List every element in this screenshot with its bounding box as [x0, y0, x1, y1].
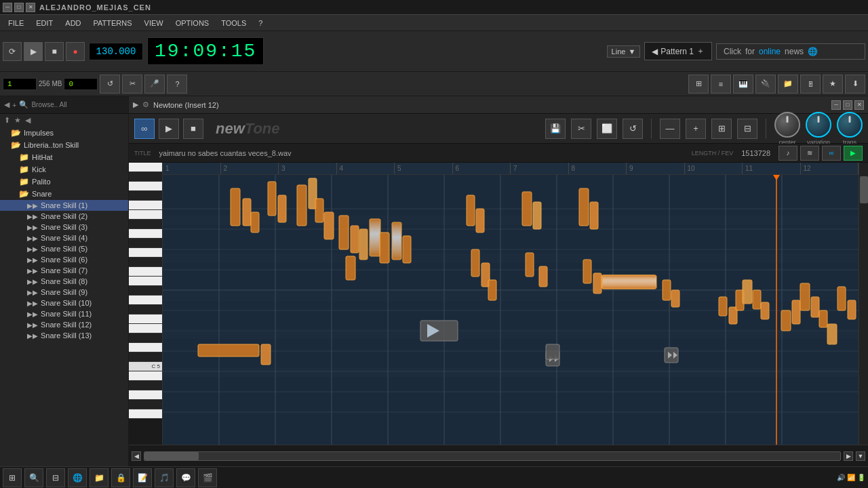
center-knob[interactable] — [774, 112, 800, 138]
piano-key-black-7[interactable] — [129, 305, 162, 314]
sidebar-item-snare-skill-12[interactable]: ▶▶ Snare Skill (12) — [0, 319, 128, 330]
start-button[interactable]: ⊞ — [3, 468, 22, 487]
piano-key-white-9[interactable] — [129, 314, 162, 324]
line-mode-selector[interactable]: Line ▼ — [607, 45, 641, 58]
record-button[interactable]: ● — [66, 42, 85, 61]
piano-key-white-6[interactable] — [129, 267, 162, 277]
trans-knob[interactable] — [837, 112, 863, 138]
pattern-add-icon[interactable]: ＋ — [696, 45, 705, 57]
newtone-loop-button[interactable]: ∞ — [134, 119, 155, 139]
piano-key-white-4[interactable] — [129, 229, 162, 239]
patterns-button[interactable]: ⊞ — [688, 75, 709, 94]
sidebar-item-libreria[interactable]: 📂 Libreria..ton Skill — [0, 139, 128, 151]
piano-key-black-4[interactable] — [129, 239, 162, 248]
sidebar-item-impulses[interactable]: 📂 Impulses — [0, 127, 128, 139]
variation-knob[interactable] — [806, 112, 831, 138]
vertical-scrollbar[interactable] — [859, 163, 868, 445]
pattern-prev-icon[interactable]: ◀ — [652, 47, 658, 56]
newtone-select-button[interactable]: ⬜ — [597, 119, 617, 139]
piano-key-white-12[interactable] — [129, 371, 162, 381]
menu-patterns[interactable]: PATTERNS — [88, 18, 138, 28]
piano-key-black-11[interactable] — [129, 400, 162, 409]
note-grid-container[interactable]: 1 2 3 4 5 6 7 8 9 10 11 12 — [163, 163, 859, 445]
taskbar-app-3[interactable]: 🔒 — [111, 468, 130, 487]
stop-button[interactable]: ■ — [45, 42, 64, 61]
fx-button[interactable]: ★ — [823, 75, 843, 94]
newtone-tool4-button[interactable]: ⊟ — [737, 119, 757, 139]
scroll-right-button[interactable]: ▶ — [844, 451, 853, 461]
piano-key-black-3[interactable] — [129, 220, 162, 229]
sidebar-item-kick[interactable]: 📁 Kick — [0, 163, 128, 176]
online-news-button[interactable]: Click for online news 🌐 — [716, 43, 865, 60]
piano-key-white-13[interactable] — [129, 390, 162, 400]
sidebar-item-palito[interactable]: 📁 Palito — [0, 176, 128, 188]
formant-button[interactable]: ≋ — [800, 146, 819, 161]
piano-key-black-6[interactable] — [129, 286, 162, 296]
sidebar-item-snare-skill-10[interactable]: ▶▶ Snare Skill (10) — [0, 298, 128, 308]
menu-help[interactable]: ? — [253, 18, 268, 28]
sidebar-item-snare-skill-8[interactable]: ▶▶ Snare Skill (8) — [0, 276, 128, 287]
newtone-stop-button[interactable]: ■ — [183, 119, 203, 139]
mixer2-button[interactable]: 🎚 — [800, 75, 821, 94]
piano-key-black-2[interactable] — [129, 191, 162, 201]
sidebar-item-hithat[interactable]: 📁 HitHat — [0, 151, 128, 163]
newtone-tool2-button[interactable]: + — [686, 119, 706, 139]
question-button[interactable]: ? — [167, 75, 187, 94]
piano-button[interactable]: 🎹 — [733, 75, 753, 94]
sidebar-item-snare-skill-13[interactable]: ▶▶ Snare Skill (13) — [0, 330, 128, 341]
piano-key-white-2[interactable] — [129, 201, 162, 210]
newtone-window-controls[interactable]: ─ □ ✕ — [831, 100, 864, 110]
menu-view[interactable]: VIEW — [139, 18, 169, 28]
plugin-button[interactable]: 🔌 — [755, 75, 776, 94]
nav-bookmark-icon[interactable]: ★ — [14, 116, 21, 125]
piano-key-black-5[interactable] — [129, 258, 162, 267]
sidebar-item-snare-skill-5[interactable]: ▶▶ Snare Skill (5) — [0, 243, 128, 254]
taskbar-app-5[interactable]: 🎵 — [155, 468, 174, 487]
browser-button[interactable]: 📁 — [778, 75, 798, 94]
menu-add[interactable]: ADD — [60, 18, 86, 28]
taskbar-app-6[interactable]: 💬 — [176, 468, 195, 487]
piano-key-white-5[interactable] — [129, 248, 162, 258]
piano-key-high[interactable] — [129, 163, 162, 172]
browser-nav[interactable]: ⬆ ★ ◀ — [0, 114, 128, 127]
h-scroll-thumb[interactable] — [144, 452, 199, 460]
piano-key-white-7[interactable] — [129, 277, 162, 286]
nav-back-icon[interactable]: ◀ — [25, 116, 31, 125]
taskbar-app-7[interactable]: 🎬 — [198, 468, 217, 487]
piano-key-white-8[interactable] — [129, 296, 162, 305]
piano-key-white-14[interactable] — [129, 409, 162, 419]
tune-button[interactable]: ♪ — [778, 146, 797, 161]
newtone-cut-button[interactable]: ✂ — [571, 119, 591, 139]
arrow-left-icon[interactable]: ◀ — [4, 100, 9, 109]
cut-button[interactable]: ✂ — [122, 75, 142, 94]
mixer-button[interactable]: ≡ — [711, 75, 731, 94]
window-controls[interactable]: ─ □ ✕ — [3, 3, 35, 12]
active-button[interactable]: ▶ — [844, 146, 863, 161]
sidebar-item-snare[interactable]: 📂 Snare — [0, 188, 128, 200]
play-button[interactable]: ▶ — [24, 42, 43, 61]
piano-key-c5[interactable]: C 5 — [129, 362, 162, 371]
sidebar-item-snare-skill-7[interactable]: ▶▶ Snare Skill (7) — [0, 265, 128, 276]
newtone-restore-button[interactable]: □ — [843, 100, 852, 110]
download-button[interactable]: ⬇ — [845, 75, 865, 94]
scroll-left-button[interactable]: ◀ — [132, 451, 141, 461]
piano-key-black-8[interactable] — [129, 333, 162, 343]
search-taskbar-button[interactable]: 🔍 — [24, 468, 43, 487]
menu-options[interactable]: OPTIONS — [170, 18, 215, 28]
loop-button[interactable]: ⟳ — [3, 42, 22, 61]
taskbar-app-4[interactable]: 📝 — [133, 468, 152, 487]
piano-key-white-11[interactable] — [129, 343, 162, 352]
mic-button[interactable]: 🎤 — [144, 75, 165, 94]
scroll-down-button[interactable]: ▼ — [856, 451, 865, 461]
newtone-play-button[interactable]: ▶ — [159, 119, 179, 139]
sidebar-item-snare-skill-11[interactable]: ▶▶ Snare Skill (11) — [0, 308, 128, 319]
scroll-thumb[interactable] — [860, 176, 868, 203]
piano-key-white-3[interactable] — [129, 210, 162, 220]
nav-up-icon[interactable]: ⬆ — [4, 116, 10, 125]
newtone-tool3-button[interactable]: ⊞ — [711, 119, 732, 139]
piano-key-black-9[interactable] — [129, 352, 162, 362]
maximize-button[interactable]: □ — [14, 3, 24, 12]
newtone-close-button[interactable]: ✕ — [854, 100, 864, 110]
sidebar-item-snare-skill-2[interactable]: ▶▶ Snare Skill (2) — [0, 211, 128, 222]
taskbar-app-1[interactable]: 🌐 — [68, 468, 87, 487]
